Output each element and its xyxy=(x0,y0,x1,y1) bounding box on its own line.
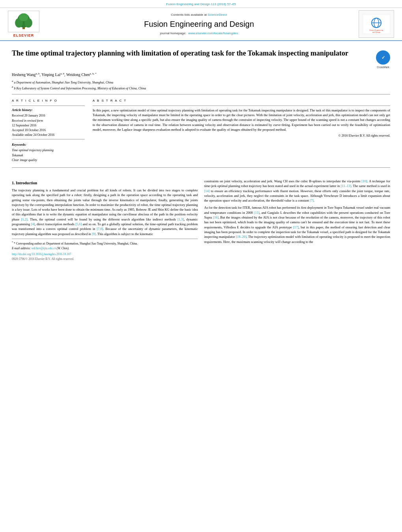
keywords-section: Keywords: Time optimal trajectory planni… xyxy=(12,143,85,162)
homepage-line: journal homepage: www.elsevier.com/locat… xyxy=(47,31,351,35)
accepted-date: Accepted 18 October 2016 xyxy=(12,128,85,132)
available-date: Available online 24 October 2016 xyxy=(12,133,85,137)
sciencedirect-link[interactable]: ScienceDirect xyxy=(208,13,227,17)
received-revised-date: 12 September 2016 xyxy=(12,123,85,128)
keywords-label: Keywords: xyxy=(12,143,85,147)
ref-14[interactable]: [14] xyxy=(204,189,210,193)
abstract-text: In this paper, a new optimization model … xyxy=(93,108,390,132)
crossmark-svg: ✓ xyxy=(378,53,388,62)
svg-text:✓: ✓ xyxy=(382,55,385,60)
elsevier-text: ELSEVIER xyxy=(13,33,34,38)
abstract-col: A B S T R A C T In this paper, a new opt… xyxy=(93,98,390,162)
received-date: Received 20 January 2016 xyxy=(12,113,85,118)
elsevier-logo-box xyxy=(8,11,39,32)
intro-para2: constraints on joint velocity, accelerat… xyxy=(204,179,390,203)
email-link[interactable]: wdchen@sjtu.edu.cn xyxy=(32,247,56,250)
journal-name: Fusion Engineering and Design xyxy=(47,19,351,30)
section1-title: 1. Introduction xyxy=(12,180,198,186)
fusion-logo-icon: Fusion Engineering and Design xyxy=(363,14,390,34)
history-label: Article history: xyxy=(12,108,85,113)
contents-line: Contents lists available at ScienceDirec… xyxy=(47,13,351,17)
ref-7-8[interactable]: [7,8] xyxy=(97,227,103,231)
ref-17[interactable]: [17] xyxy=(293,225,299,229)
body-divider xyxy=(12,167,390,168)
body-right-col: constraints on joint velocity, accelerat… xyxy=(204,179,390,261)
journal-header: ELSEVIER Contents lists available at Sci… xyxy=(0,8,402,41)
doi-link[interactable]: http://dx.doi.org/10.1016/j.fusengdes.20… xyxy=(12,252,198,257)
article-meta-section: A R T I C L E I N F O Article history: R… xyxy=(12,98,390,162)
svg-text:and Design: and Design xyxy=(372,31,380,33)
ref-9[interactable]: [9] xyxy=(92,232,96,236)
article-content: The time optimal trajectory planning wit… xyxy=(0,41,402,176)
abstract-copyright: © 2016 Elsevier B.V. All rights reserved… xyxy=(93,133,390,138)
footnote-email: E-mail address: wdchen@sjtu.edu.cn (W. C… xyxy=(12,247,198,251)
journal-header-center: Contents lists available at ScienceDirec… xyxy=(39,13,359,35)
ref-18-20[interactable]: [18–20] xyxy=(236,235,246,239)
ref-5-6[interactable]: [5,6] xyxy=(75,222,82,226)
intro-para1: The trajectory planning is a fundamental… xyxy=(12,188,198,236)
keyword-3: Clear image quality xyxy=(12,158,85,162)
intro-para3: As for the detection task for ITER, famo… xyxy=(204,205,390,244)
keyword-1: Time optimal trajectory planning xyxy=(12,148,85,152)
body-left-col: 1. Introduction The trajectory planning … xyxy=(12,179,198,261)
ref-15[interactable]: [15] xyxy=(254,211,259,215)
elsevier-logo: ELSEVIER xyxy=(8,11,39,38)
article-info-col: A R T I C L E I N F O Article history: R… xyxy=(12,98,85,162)
affil-a: a a Department of Automation, Shanghai J… xyxy=(12,80,390,85)
ref-16[interactable]: [16] xyxy=(213,215,218,219)
journal-volume-info: Fusion Engineering and Design 113 (2016)… xyxy=(166,2,236,6)
ref-7[interactable]: [7] xyxy=(310,198,314,202)
footnote-corresponding: * * Corresponding author at: Department … xyxy=(12,241,198,246)
article-info-header: A R T I C L E I N F O xyxy=(12,98,85,103)
article-title: The time optimal trajectory planning wit… xyxy=(12,49,376,58)
ref-4[interactable]: [4] xyxy=(31,222,35,226)
elsevier-tree-icon xyxy=(12,12,35,31)
homepage-url[interactable]: www.elsevier.com/locate/fusengdes xyxy=(188,32,238,35)
ref-1-2[interactable]: [1,2] xyxy=(21,217,27,221)
ref-1-3[interactable]: [1,3] xyxy=(177,217,184,221)
page: Fusion Engineering and Design 113 (2016)… xyxy=(0,0,402,532)
authors: Hesheng Wanga, b, Yinping Laia, b, Weido… xyxy=(12,72,390,78)
fusion-logo: Fusion Engineering and Design xyxy=(359,10,394,38)
footnote-section: * * Corresponding author at: Department … xyxy=(12,239,198,261)
ref-11-13[interactable]: [11–13] xyxy=(341,184,351,188)
keyword-2: Tokamak xyxy=(12,153,85,158)
ref-10[interactable]: [10] xyxy=(361,179,367,183)
affil-b: b b Key Laboratory of System Control and… xyxy=(12,85,390,91)
crossmark-icon[interactable]: ✓ xyxy=(376,50,390,65)
body-content: 1. Introduction The trajectory planning … xyxy=(0,179,402,261)
svg-point-4 xyxy=(19,13,28,21)
abstract-header: A B S T R A C T xyxy=(93,98,390,103)
issn-copyright: 0920-3796/© 2016 Elsevier B.V. All right… xyxy=(12,257,198,261)
received-revised-label: Received in revised form xyxy=(12,119,85,123)
article-title-section: The time optimal trajectory planning wit… xyxy=(12,49,390,69)
section-divider xyxy=(12,94,390,95)
